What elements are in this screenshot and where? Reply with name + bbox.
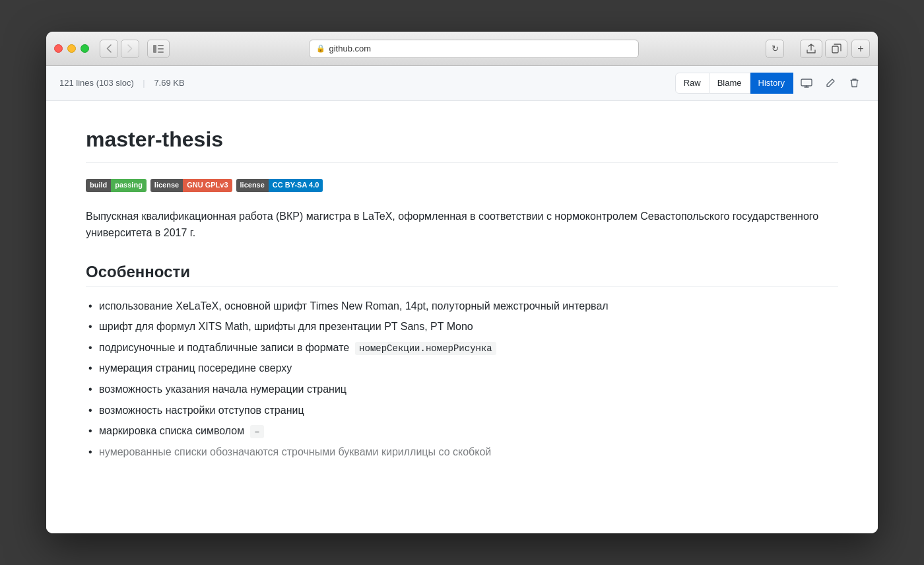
duplicate-button[interactable] — [825, 40, 847, 58]
title-bar: 🔒 github.com ↻ + — [46, 32, 878, 66]
list-item-text: подрисуночные и подтабличные записи в фо… — [99, 339, 496, 356]
list-item: возможность настройки отступов страниц — [86, 402, 838, 419]
badge-license-cc[interactable]: license CC BY-SA 4.0 — [236, 179, 323, 192]
title-bar-actions: + — [800, 40, 870, 58]
list-item-text: нумерация страниц посередине сверху — [99, 360, 292, 377]
file-size: 7.69 KB — [154, 78, 184, 88]
list-item: возможность указания начала нумерации ст… — [86, 381, 838, 398]
nav-buttons — [100, 40, 139, 58]
badge-build[interactable]: build passing — [86, 179, 147, 192]
history-button[interactable]: History — [750, 73, 793, 94]
raw-button[interactable]: Raw — [675, 73, 710, 94]
traffic-lights — [54, 44, 89, 53]
address-bar-wrapper: 🔒 github.com ↻ — [185, 40, 784, 58]
badge-license-gpl[interactable]: license GNU GPLv3 — [150, 179, 232, 192]
badge-build-left: build — [86, 179, 111, 192]
badge-license-cc-left: license — [236, 179, 269, 192]
features-section-title: Особенности — [86, 263, 838, 287]
svg-rect-3 — [158, 51, 164, 53]
share-button[interactable] — [800, 40, 822, 58]
list-item-text: возможность настройки отступов страниц — [99, 402, 304, 419]
svg-rect-1 — [158, 45, 164, 46]
delete-button[interactable] — [843, 73, 865, 93]
svg-rect-5 — [801, 79, 812, 86]
list-item: нумерованные списки обозначаются строчны… — [86, 444, 838, 461]
file-lines: 121 lines (103 sloc) — [59, 78, 134, 88]
list-item-text: возможность указания начала нумерации ст… — [99, 381, 346, 398]
list-item: нумерация страниц посередине сверху — [86, 360, 838, 377]
edit-button[interactable] — [820, 73, 841, 93]
svg-rect-2 — [158, 48, 164, 50]
list-item: использование XeLaTeX, основной шрифт Ti… — [86, 298, 838, 315]
list-item-text: использование XeLaTeX, основной шрифт Ti… — [99, 298, 609, 315]
file-meta: 121 lines (103 sloc) | 7.69 KB — [59, 78, 185, 88]
code-section-numbering: номерСекции.номерРисунка — [355, 342, 496, 355]
badge-license-gpl-right: GNU GPLv3 — [183, 179, 232, 192]
file-header: 121 lines (103 sloc) | 7.69 KB Raw Blame… — [46, 66, 878, 101]
minimize-button[interactable] — [67, 44, 76, 53]
address-bar[interactable]: 🔒 github.com — [309, 40, 639, 58]
svg-rect-4 — [832, 46, 838, 53]
lock-icon: 🔒 — [316, 44, 325, 53]
readme-description: Выпускная квалификационная работа (ВКР) … — [86, 208, 838, 242]
desktop-view-button[interactable] — [796, 73, 817, 93]
forward-button[interactable] — [121, 40, 139, 58]
feature-list: использование XeLaTeX, основной шрифт Ti… — [86, 298, 838, 461]
list-item: шрифт для формул XITS Math, шрифты для п… — [86, 318, 838, 335]
file-actions: Raw Blame History — [675, 73, 865, 94]
browser-window: 🔒 github.com ↻ + 121 lines (103 sloc) — [46, 32, 878, 533]
maximize-button[interactable] — [81, 44, 89, 53]
badges-container: build passing license GNU GPLv3 license … — [86, 179, 838, 192]
list-item-text: маркировка списка символом – — [99, 422, 264, 440]
svg-rect-0 — [153, 45, 156, 53]
content-area: master-thesis build passing license GNU … — [46, 101, 878, 534]
blame-button[interactable]: Blame — [710, 73, 750, 94]
code-dash-symbol: – — [250, 425, 263, 438]
list-item-text: шрифт для формул XITS Math, шрифты для п… — [99, 318, 473, 335]
close-button[interactable] — [54, 44, 63, 53]
url-text: github.com — [329, 44, 372, 53]
back-button[interactable] — [100, 40, 118, 58]
file-meta-divider: | — [143, 78, 145, 88]
list-item: подрисуночные и подтабличные записи в фо… — [86, 339, 838, 356]
badge-build-right: passing — [111, 179, 147, 192]
badge-license-gpl-left: license — [150, 179, 183, 192]
list-item-text: нумерованные списки обозначаются строчны… — [99, 444, 491, 461]
reload-button[interactable]: ↻ — [766, 40, 784, 58]
badge-license-cc-right: CC BY-SA 4.0 — [269, 179, 323, 192]
readme-title: master-thesis — [86, 127, 838, 163]
new-tab-button[interactable]: + — [851, 40, 870, 58]
sidebar-button[interactable] — [147, 40, 170, 58]
list-item: маркировка списка символом – — [86, 422, 838, 440]
